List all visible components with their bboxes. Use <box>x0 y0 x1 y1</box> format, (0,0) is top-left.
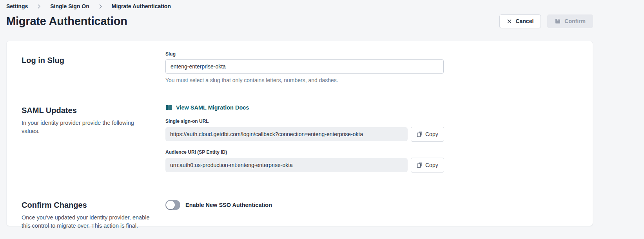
audience-uri-field: urn:auth0:us-production-mt:enteng-enterp… <box>165 158 408 172</box>
section-heading-confirm-changes: Confirm Changes <box>22 199 165 210</box>
section-login-slug: Log in Slug Slug You must select a slug … <box>22 47 578 83</box>
chevron-right-icon <box>36 4 42 9</box>
cancel-button[interactable]: Cancel <box>499 14 541 28</box>
audience-uri-field-row: urn:auth0:us-production-mt:enteng-enterp… <box>165 158 578 173</box>
toggle-knob <box>166 201 175 209</box>
slug-helper-text: You must select a slug that only contain… <box>165 77 578 83</box>
book-icon <box>165 105 172 110</box>
header-actions: Cancel Confirm <box>499 14 593 28</box>
enable-sso-toggle[interactable] <box>165 200 180 210</box>
breadcrumb-item-single-sign-on[interactable]: Single Sign On <box>50 3 89 9</box>
save-icon <box>555 18 561 24</box>
confirm-section-description: Once you’ve updated your identity provid… <box>22 214 151 230</box>
section-saml-updates: SAML Updates In your identity provider p… <box>22 104 578 180</box>
confirm-button-label: Confirm <box>564 18 586 24</box>
breadcrumb-item-settings[interactable]: Settings <box>6 3 28 9</box>
confirm-button[interactable]: Confirm <box>547 14 593 28</box>
section-confirm-changes: Confirm Changes Once you’ve updated your… <box>22 199 578 230</box>
section-heading-saml-updates: SAML Updates <box>22 104 165 115</box>
view-saml-migration-docs-link[interactable]: View SAML Migration Docs <box>165 104 249 111</box>
section-heading-login-slug: Log in Slug <box>22 51 165 65</box>
slug-field-label: Slug <box>165 51 578 57</box>
migrate-authentication-card: Log in Slug Slug You must select a slug … <box>6 41 593 226</box>
cancel-button-label: Cancel <box>515 18 533 24</box>
sso-url-label: Single sign-on URL <box>165 119 578 124</box>
docs-link-label: View SAML Migration Docs <box>176 104 249 111</box>
audience-uri-label: Audience URI (SP Entity ID) <box>165 149 578 155</box>
chevron-right-icon <box>98 4 103 9</box>
enable-sso-toggle-row: Enable New SSO Authentication <box>165 199 578 210</box>
close-icon <box>507 19 512 24</box>
breadcrumb: Settings Single Sign On Migrate Authenti… <box>6 0 593 9</box>
copy-button-label: Copy <box>425 162 438 168</box>
sso-url-field-row: https://auth.cloud.getdbt.com/login/call… <box>165 127 578 142</box>
page-title: Migrate Authentication <box>6 13 127 30</box>
sso-url-field: https://auth.cloud.getdbt.com/login/call… <box>165 127 408 141</box>
copy-audience-uri-button[interactable]: Copy <box>411 158 444 173</box>
copy-sso-url-button[interactable]: Copy <box>411 127 444 142</box>
copy-icon <box>417 162 423 168</box>
breadcrumb-item-migrate-authentication[interactable]: Migrate Authentication <box>112 3 171 9</box>
copy-icon <box>417 131 423 137</box>
enable-sso-toggle-label: Enable New SSO Authentication <box>185 202 272 208</box>
saml-section-description: In your identity provider provide the fo… <box>22 119 151 135</box>
page-header: Migrate Authentication Cancel Confirm <box>6 13 593 30</box>
copy-button-label: Copy <box>425 131 438 137</box>
slug-input[interactable] <box>165 59 444 74</box>
page-content: Settings Single Sign On Migrate Authenti… <box>6 0 593 226</box>
